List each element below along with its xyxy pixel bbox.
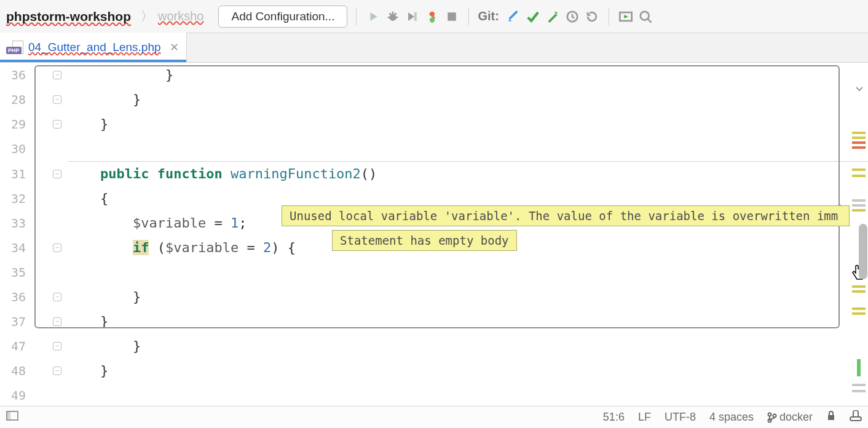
debug-icon[interactable] (385, 9, 401, 25)
fold-icon[interactable]: − (53, 342, 61, 351)
close-icon[interactable]: ✕ (170, 41, 179, 54)
git-history-icon[interactable] (564, 9, 580, 25)
search-icon[interactable] (637, 9, 653, 25)
scroll-thumb[interactable] (859, 224, 867, 279)
coverage-icon[interactable] (404, 9, 420, 25)
run-debug-bug-icon[interactable] (424, 9, 440, 25)
line-number: 33 (0, 211, 31, 236)
line-number: 28 (0, 87, 31, 112)
line-number: 32 (0, 186, 31, 211)
svg-point-14 (768, 413, 771, 416)
separator (468, 8, 469, 25)
git-pull-icon[interactable] (505, 9, 521, 25)
svg-line-4 (390, 13, 392, 15)
tool-window-toggle-icon[interactable] (6, 411, 18, 424)
svg-rect-13 (7, 411, 10, 420)
svg-point-16 (773, 414, 776, 417)
line-number: 37 (0, 309, 31, 334)
separator (356, 8, 357, 25)
breadcrumb-sep-icon: 〉 (141, 8, 153, 25)
git-commit-icon[interactable] (525, 9, 541, 25)
caret-position[interactable]: 51:6 (603, 411, 625, 424)
run-target-icon[interactable] (618, 9, 634, 25)
inspection-tooltip-unused: Unused local variable 'variable'. The va… (282, 205, 850, 226)
separator (609, 8, 609, 25)
svg-point-7 (430, 17, 435, 22)
line-number: 34 (0, 236, 31, 260)
fold-icon[interactable]: − (53, 170, 61, 178)
indent-settings[interactable]: 4 spaces (709, 411, 754, 424)
git-label: Git: (478, 9, 499, 23)
line-number: 47 (0, 334, 31, 359)
fold-icon[interactable]: − (53, 71, 61, 79)
line-number: 29 (0, 112, 31, 137)
svg-rect-18 (850, 417, 861, 421)
svg-point-11 (641, 11, 649, 20)
svg-line-5 (395, 13, 397, 15)
editor-tabs: PHP 04_Gutter_and_Lens.php ✕ (0, 33, 868, 63)
breadcrumb-child[interactable]: worksho (158, 9, 203, 23)
error-stripe[interactable] (851, 95, 868, 407)
main-toolbar: phpstorm-workshop 〉 worksho Add Configur… (0, 0, 868, 33)
line-separator[interactable]: LF (638, 411, 651, 424)
fold-icon[interactable]: − (53, 367, 61, 375)
php-file-icon: PHP (6, 41, 23, 54)
line-number: 35 (0, 260, 31, 285)
git-revert-icon[interactable] (584, 9, 600, 25)
stop-icon[interactable] (444, 9, 460, 25)
inspection-profile-icon[interactable] (850, 410, 862, 424)
git-branch[interactable]: docker (767, 411, 813, 424)
tab-title: 04_Gutter_and_Lens.php (28, 41, 161, 54)
line-number: 36 (0, 63, 31, 87)
svg-rect-17 (828, 415, 834, 420)
svg-rect-8 (448, 12, 457, 21)
fold-icon[interactable]: − (53, 120, 61, 129)
fold-icon[interactable]: − (53, 317, 61, 326)
tab-file[interactable]: PHP 04_Gutter_and_Lens.php ✕ (0, 33, 187, 62)
inspection-tooltip-empty-body: Statement has empty body (332, 230, 517, 251)
fold-icon[interactable]: − (53, 95, 61, 104)
lock-icon[interactable] (826, 410, 836, 424)
breadcrumb-root[interactable]: phpstorm-workshop (6, 9, 131, 24)
line-number: 30 (0, 137, 31, 161)
fold-icon[interactable]: − (53, 293, 61, 301)
file-encoding[interactable]: UTF-8 (665, 411, 696, 424)
run-configuration-selector[interactable]: Add Configuration... (218, 6, 347, 28)
line-number: 49 (0, 383, 31, 407)
fold-icon[interactable]: − (53, 244, 61, 252)
line-number: 48 (0, 359, 31, 383)
line-number: 31 (0, 162, 31, 186)
line-number: 36 (0, 285, 31, 309)
status-bar: 51:6 LF UTF-8 4 spaces docker (0, 406, 868, 428)
git-push-icon[interactable] (545, 9, 561, 25)
run-icon[interactable] (365, 9, 381, 25)
